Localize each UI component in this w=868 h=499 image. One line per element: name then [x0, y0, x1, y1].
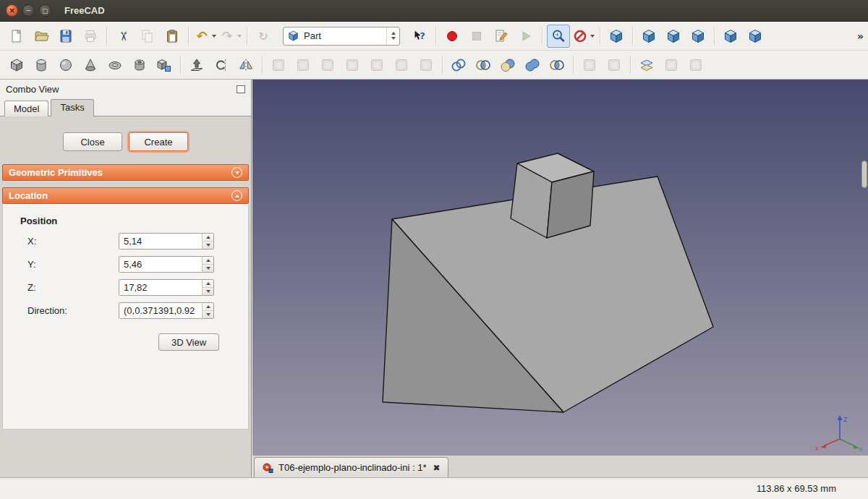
document-tab[interactable]: T06-ejemplo-plano-inclinado-ini : 1* ✖ [254, 457, 448, 477]
part-fillet-button[interactable] [267, 54, 290, 77]
whats-this-button[interactable]: ? [408, 25, 431, 48]
spin-up-icon[interactable] [203, 280, 213, 288]
task-create-button[interactable]: Create [129, 132, 188, 151]
3d-view-button[interactable]: 3D View [158, 333, 219, 351]
part-extrude-button[interactable] [185, 54, 208, 77]
viewport[interactable]: Z x Y [252, 80, 868, 456]
axis-z-label: Z [843, 416, 848, 423]
dropdown-caret-icon [212, 35, 216, 38]
workbench-selector[interactable]: Part [283, 27, 400, 46]
tab-tasks[interactable]: Tasks [51, 99, 93, 116]
macro-edit-button[interactable] [490, 25, 513, 48]
part-sweep-button[interactable] [390, 54, 413, 77]
view-front-button[interactable] [637, 25, 660, 48]
part-cut-button[interactable] [496, 54, 519, 77]
copy-button[interactable] [136, 25, 159, 48]
part-ruled-surface-button[interactable] [341, 54, 364, 77]
float-panel-button[interactable] [237, 85, 245, 93]
record-icon [444, 28, 460, 44]
part-shape-builder-button[interactable] [153, 54, 176, 77]
spin-down-icon[interactable] [203, 311, 213, 318]
part-boolean-button[interactable] [472, 54, 495, 77]
paste-button[interactable] [161, 25, 184, 48]
part-join-button[interactable] [578, 54, 601, 77]
x-position-input[interactable]: 5,14 [119, 233, 214, 250]
status-bar: 113.86 x 69.53 mm [0, 477, 868, 499]
spin-down-icon[interactable] [203, 288, 213, 295]
spin-up-icon[interactable] [203, 303, 213, 311]
y-position-value[interactable]: 5,46 [119, 257, 202, 272]
z-position-input[interactable]: 17,82 [119, 279, 214, 296]
dropdown-caret-icon [590, 35, 595, 38]
undo-button[interactable]: ↶ [193, 25, 217, 48]
part-torus-button[interactable] [103, 54, 127, 77]
toolbar-separator [188, 27, 189, 45]
direction-input[interactable]: (0,0.371391,0.92 [119, 302, 214, 319]
window-close-button[interactable]: × [6, 4, 18, 17]
section-location[interactable]: Location [2, 187, 249, 204]
direction-value[interactable]: (0,0.371391,0.92 [119, 303, 202, 318]
view-right-button[interactable] [686, 25, 710, 48]
view-bottom-button[interactable] [744, 25, 767, 48]
macro-play-button[interactable] [514, 25, 537, 48]
part-mirror-button[interactable] [234, 54, 258, 77]
y-position-input[interactable]: 5,46 [119, 256, 214, 273]
view-isometric-button[interactable] [605, 25, 628, 48]
toolbar-separator [542, 27, 542, 45]
macro-record-button[interactable] [441, 25, 464, 48]
view-fit-all-button[interactable] [547, 25, 570, 48]
tab-close-button[interactable]: ✖ [433, 463, 441, 473]
part-tube-button[interactable] [128, 54, 151, 77]
open-document-button[interactable] [30, 25, 53, 48]
part-section-button[interactable] [414, 54, 438, 77]
window-maximize-button[interactable]: ◻ [39, 4, 51, 17]
redo-button[interactable]: ↷ [218, 25, 242, 48]
view-top-button[interactable] [662, 25, 685, 48]
spin-down-icon[interactable] [203, 242, 213, 249]
part-loft-button[interactable] [365, 54, 388, 77]
join-icon [582, 57, 597, 73]
part-make-face-button[interactable] [316, 54, 339, 77]
spin-up-icon[interactable] [203, 234, 213, 242]
refresh-button[interactable]: ↻ [252, 25, 275, 48]
combo-view-header: Combo View [0, 80, 251, 98]
view-rear-button[interactable] [719, 25, 742, 48]
section-geometric-primitives[interactable]: Geometric Primitives [2, 164, 249, 181]
part-cylinder-button[interactable] [30, 54, 53, 77]
axis-x-label: x [815, 445, 819, 452]
task-close-button[interactable]: Close [63, 132, 122, 151]
macro-stop-button[interactable] [465, 25, 488, 48]
part-compound-button[interactable] [447, 54, 470, 77]
part-chamfer-button[interactable] [292, 54, 315, 77]
z-position-value[interactable]: 17,82 [119, 280, 202, 295]
part-revolve-button[interactable] [210, 54, 233, 77]
extrude-icon [189, 57, 205, 73]
combo-spinner-icon[interactable] [386, 27, 396, 45]
fillet-icon [271, 57, 286, 73]
print-button[interactable] [79, 25, 102, 48]
scrollbar-thumb[interactable] [861, 161, 867, 188]
cylinder-primitive-icon [33, 57, 49, 73]
part-box-button[interactable] [5, 54, 28, 77]
save-button[interactable] [54, 25, 77, 48]
section-title: Location [9, 190, 48, 201]
tab-model[interactable]: Model [4, 101, 48, 116]
spin-down-icon[interactable] [203, 265, 213, 272]
toolbar-overflow-button[interactable]: » [857, 30, 864, 42]
edit-macro-icon [493, 28, 509, 44]
part-sphere-button[interactable] [54, 54, 77, 77]
window-minimize-button[interactable]: − [22, 4, 35, 17]
part-split-button[interactable] [603, 54, 626, 77]
spin-up-icon[interactable] [203, 257, 213, 265]
new-document-button[interactable] [5, 25, 28, 48]
part-cone-button[interactable] [79, 54, 102, 77]
part-check-geometry-button[interactable] [660, 54, 683, 77]
cut-button[interactable]: ✂ [111, 25, 135, 48]
part-defeaturing-button[interactable] [684, 54, 707, 77]
part-union-button[interactable] [521, 54, 544, 77]
x-position-value[interactable]: 5,14 [119, 234, 202, 249]
y-field-label: Y: [27, 259, 119, 270]
part-cross-sections-button[interactable] [635, 54, 658, 77]
part-common-button[interactable] [545, 54, 569, 77]
draw-style-button[interactable] [571, 25, 595, 48]
